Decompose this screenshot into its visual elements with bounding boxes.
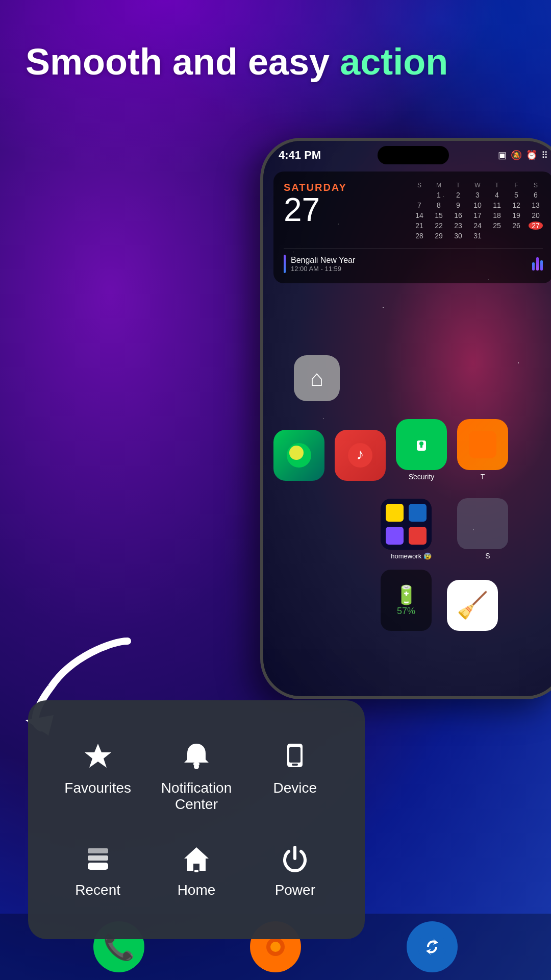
svg-rect-20: [88, 848, 108, 853]
event-bar: [284, 255, 286, 273]
app-cleaner-wrapper: 🧹: [447, 580, 498, 631]
menu-item-home[interactable]: Home: [147, 828, 245, 914]
app-s-wrapper: S: [457, 498, 518, 560]
svg-rect-7: [469, 431, 496, 458]
alarm-icon: ⏰: [526, 150, 537, 161]
menu-item-favourites[interactable]: Favourites: [48, 726, 147, 828]
menu-item-device[interactable]: Device: [246, 726, 344, 828]
svg-rect-11: [386, 527, 404, 545]
svg-rect-12: [409, 527, 427, 545]
app-homework[interactable]: [381, 499, 432, 550]
app-music[interactable]: ♪: [335, 430, 386, 481]
svg-point-16: [194, 764, 199, 769]
battery-widget[interactable]: 🔋 57%: [381, 570, 432, 631]
svg-rect-6: [420, 444, 422, 448]
svg-text:♪: ♪: [357, 446, 364, 462]
app-security[interactable]: Security: [396, 419, 447, 481]
event-time: 12:00 AM - 11:59: [291, 265, 355, 273]
svg-point-1: [289, 446, 304, 460]
svg-rect-10: [409, 504, 427, 522]
app-t-label: T: [481, 473, 485, 481]
menu-label-recent: Recent: [75, 882, 120, 898]
menu-label-device: Device: [273, 780, 317, 796]
msg-icon: ▣: [498, 150, 507, 161]
svg-rect-21: [88, 855, 108, 861]
svg-point-27: [270, 942, 281, 952]
power-icon: [280, 843, 310, 874]
bottom-app-sync[interactable]: [407, 921, 458, 972]
app-security-label: Security: [409, 473, 435, 481]
bar2: [536, 257, 539, 271]
day-number: 27: [284, 193, 347, 226]
bar1: [532, 262, 535, 271]
home-icon-small: ⌂: [310, 365, 324, 391]
svg-rect-9: [386, 504, 404, 522]
status-time: 4:41 PM: [279, 149, 321, 162]
svg-rect-22: [88, 863, 108, 870]
app-s[interactable]: [457, 498, 508, 549]
phone-side-btn-top: [260, 253, 262, 294]
stack-icon: [83, 843, 113, 874]
app-t[interactable]: T: [457, 419, 508, 481]
bar3: [540, 260, 543, 271]
svg-point-28: [418, 933, 446, 961]
calendar-grid: S M T W T F S 1 2 3 4 5: [412, 182, 543, 242]
context-menu: Favourites NotificationCenter Device Rec…: [28, 700, 365, 939]
svg-rect-19: [292, 764, 298, 766]
app-homework-label: homework 😰: [381, 552, 442, 560]
menu-label-favourites: Favourites: [64, 780, 131, 796]
headline: Smooth and easy action: [26, 41, 525, 83]
menu-item-power[interactable]: Power: [246, 828, 344, 914]
battery-label: 57%: [397, 606, 415, 617]
app-s-label: S: [457, 552, 518, 560]
app-battery-wrapper: 🔋 57%: [381, 570, 432, 631]
svg-rect-18: [289, 747, 300, 763]
device-icon: [280, 741, 310, 772]
cleaner-app[interactable]: 🧹: [447, 580, 498, 631]
mute-icon: 🔕: [511, 150, 522, 161]
calendar-widget: SATURDAY 27 S M T W T F S 1: [273, 172, 551, 283]
app-homework-wrapper: homework 😰: [381, 499, 442, 560]
menu-item-notification-center[interactable]: NotificationCenter: [147, 726, 245, 828]
home-icon: [181, 843, 212, 874]
sound-bars: [532, 257, 543, 271]
svg-marker-14: [85, 744, 111, 768]
event-name: Bengali New Year: [291, 256, 355, 265]
menu-label-home: Home: [178, 882, 216, 898]
status-icons: ▣ 🔕 ⏰ ⠿: [498, 150, 548, 161]
phone-mockup: 4:41 PM ▣ 🔕 ⏰ ⠿ SATURDAY 27 S M T: [260, 138, 551, 699]
app-nature[interactable]: [273, 430, 324, 481]
event-row: Bengali New Year 12:00 AM - 11:59: [284, 248, 543, 273]
headline-text: Smooth and easy action: [26, 41, 448, 82]
menu-label-power: Power: [275, 882, 315, 898]
floating-home-button[interactable]: ⌂: [294, 355, 340, 401]
svg-rect-24: [194, 870, 198, 872]
star-icon: [83, 741, 113, 772]
grid-icon: ⠿: [541, 150, 548, 161]
menu-label-notification-center: NotificationCenter: [161, 780, 232, 813]
bell-icon: [181, 741, 212, 772]
phone-side-btn-vol: [260, 304, 262, 365]
dynamic-island: [378, 146, 449, 164]
menu-item-recent[interactable]: Recent: [48, 828, 147, 914]
